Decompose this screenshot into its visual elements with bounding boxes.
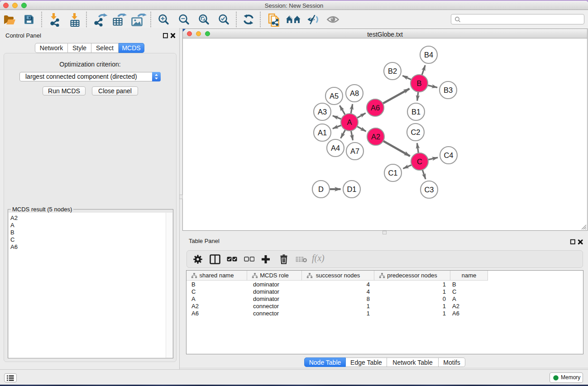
svg-text:B: B <box>416 79 421 87</box>
svg-text:B3: B3 <box>444 86 453 94</box>
svg-text:B2: B2 <box>388 67 397 75</box>
svg-text:A7: A7 <box>350 147 359 155</box>
svg-text:A3: A3 <box>318 108 327 116</box>
svg-text:B4: B4 <box>424 51 433 59</box>
svg-text:C3: C3 <box>424 186 434 194</box>
svg-text:A: A <box>347 118 352 126</box>
svg-text:A4: A4 <box>331 144 340 152</box>
svg-text:A6: A6 <box>371 104 380 112</box>
svg-text:A1: A1 <box>318 129 327 137</box>
svg-text:A8: A8 <box>350 89 359 97</box>
svg-text:B1: B1 <box>411 108 421 116</box>
svg-text:C4: C4 <box>444 151 453 159</box>
svg-text:C: C <box>417 157 422 166</box>
svg-text:D: D <box>318 185 324 193</box>
svg-text:D1: D1 <box>347 185 356 193</box>
svg-text:C1: C1 <box>388 169 397 177</box>
svg-text:C2: C2 <box>411 128 420 136</box>
svg-text:A5: A5 <box>330 92 339 100</box>
svg-text:A2: A2 <box>371 133 380 141</box>
